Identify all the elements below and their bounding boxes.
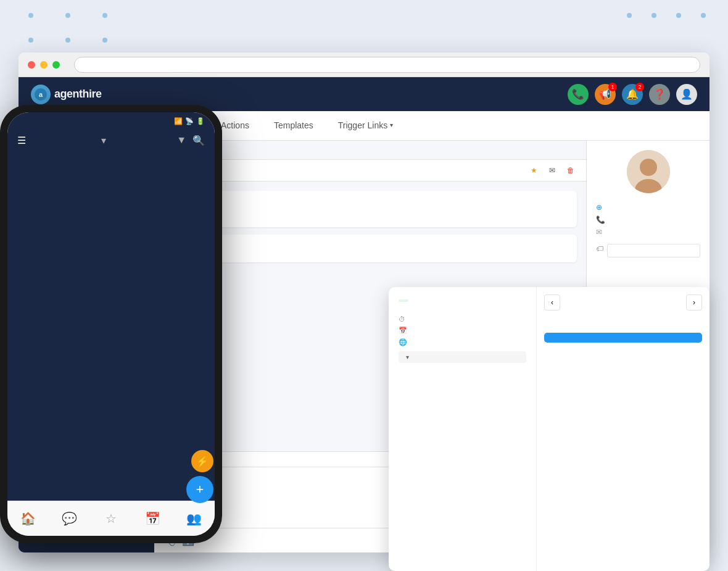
cal-right-panel: ‹ › [537, 287, 709, 571]
phone-zap-btn[interactable]: ⚡ [191, 450, 213, 472]
cal-duration-meta: ⏱ [399, 315, 526, 323]
phone-location-chevron: ▾ [101, 135, 106, 146]
timezone-chevron: ▾ [406, 354, 409, 361]
browser-chrome [19, 52, 709, 77]
browser-close-dot[interactable] [28, 61, 35, 69]
cal-timezone-meta: 🌐 [399, 338, 526, 346]
megaphone-icon-btn[interactable]: 📢 1 [595, 84, 616, 105]
cal-left-panel: ⏱ 📅 🌐 ▾ [389, 287, 537, 571]
assign-icon: ⊕ [596, 203, 602, 212]
megaphone-badge: 1 [608, 83, 617, 91]
phone-calendar-icon[interactable]: 📅 [140, 506, 165, 531]
bell-badge: 2 [635, 83, 644, 91]
phone-screen: 📶 📡 🔋 ☰ ▾ ▼ 🔍 [7, 112, 215, 536]
phone-conv-list [7, 162, 215, 501]
phone-field-icon: 📞 [596, 215, 605, 224]
user-icon-btn[interactable]: 👤 [676, 84, 697, 105]
bell-icon-btn[interactable]: 🔔 2 [622, 84, 643, 105]
phone-home-icon[interactable]: 🏠 [16, 506, 41, 531]
cal-month-header: ‹ › [544, 294, 702, 311]
battery-icon: 🔋 [196, 117, 205, 125]
star-icon: ★ [531, 166, 537, 175]
mark-starred-btn[interactable]: ★ [531, 166, 540, 175]
browser-maximize-dot[interactable] [52, 61, 60, 69]
svg-point-17 [640, 159, 657, 176]
svg-point-7 [651, 13, 656, 18]
svg-point-2 [102, 13, 107, 18]
help-icon-btn[interactable]: ❓ [649, 84, 670, 105]
cal-badge [399, 299, 408, 302]
phone-people-icon[interactable]: 👥 [181, 506, 206, 531]
tags-input[interactable] [607, 244, 700, 257]
tag-icon: 🏷 [596, 244, 603, 253]
phone-star-icon[interactable]: ☆ [99, 506, 123, 531]
phone-location: ▾ [96, 135, 106, 146]
browser-urlbar[interactable] [74, 57, 700, 73]
cal-prev-btn[interactable]: ‹ [544, 294, 560, 311]
phone-filter-icon[interactable]: ▼ [176, 135, 186, 146]
phone-search-icon[interactable]: 🔍 [192, 135, 205, 146]
phone-icon-btn[interactable]: 📞 [568, 84, 589, 105]
browser-minimize-dot[interactable] [40, 61, 48, 69]
email-field-icon: ✉ [596, 228, 602, 236]
wifi-icon: 📡 [185, 117, 194, 125]
cal-timezone-selector[interactable]: ▾ [399, 351, 526, 363]
phone-field: 📞 [596, 215, 700, 224]
svg-point-3 [28, 38, 33, 43]
phone-mockup: 📶 📡 🔋 ☰ ▾ ▼ 🔍 [0, 105, 234, 549]
phone-nav: ☰ ▾ ▼ 🔍 [7, 130, 215, 151]
signal-icon: 📶 [174, 117, 183, 125]
svg-point-8 [676, 13, 681, 18]
phone-fab-add[interactable]: + [186, 476, 213, 503]
svg-point-5 [102, 38, 107, 43]
phone-outer: 📶 📡 🔋 ☰ ▾ ▼ 🔍 [0, 105, 222, 543]
phone-chat-icon[interactable]: 💬 [57, 506, 82, 531]
assign-to-btn[interactable]: ⊕ [596, 203, 700, 212]
tab-templates[interactable]: Templates [262, 111, 326, 140]
svg-point-9 [701, 13, 706, 18]
phone-signal-icons: 📶 📡 🔋 [174, 117, 205, 125]
nav-icons: 📞 📢 1 🔔 2 ❓ 👤 [568, 84, 697, 105]
phone-menu-icon[interactable]: ☰ [17, 135, 26, 146]
mark-unread-btn[interactable]: ✉ [549, 166, 558, 175]
calendar-popup: ⏱ 📅 🌐 ▾ ‹ › [389, 287, 709, 571]
trigger-links-chevron: ▾ [390, 122, 393, 128]
tab-trigger-links[interactable]: Trigger Links ▾ [326, 111, 405, 140]
trash-icon: 🗑 [567, 166, 574, 175]
phone-bottom-nav: 🏠 💬 ☆ 📅 👥 [7, 501, 215, 536]
logo-area: a agenthire [31, 85, 102, 104]
calendar-icon: 📅 [399, 327, 407, 335]
logo-text: agenthire [54, 88, 102, 101]
svg-point-1 [65, 13, 70, 18]
phone-top-icons: ▼ 🔍 [176, 135, 205, 146]
continue-button[interactable] [544, 333, 702, 343]
globe-icon: 🌐 [399, 338, 407, 346]
cal-next-btn[interactable]: › [686, 294, 702, 311]
conv-header-actions: ★ ✉ 🗑 [531, 166, 577, 175]
svg-text:a: a [39, 91, 43, 98]
cal-datetime-meta: 📅 [399, 327, 526, 335]
svg-point-4 [65, 38, 70, 43]
svg-point-6 [627, 13, 632, 18]
phone-statusbar: 📶 📡 🔋 [7, 112, 215, 130]
delete-btn[interactable]: 🗑 [567, 166, 577, 175]
svg-point-0 [28, 13, 33, 18]
phone-filter-tabs [7, 151, 215, 162]
logo-icon: a [31, 85, 51, 104]
email-field: ✉ [596, 228, 700, 236]
mail-icon: ✉ [549, 166, 555, 175]
contact-avatar [627, 150, 670, 193]
duration-icon: ⏱ [399, 315, 405, 323]
tags-field: 🏷 [596, 240, 700, 257]
